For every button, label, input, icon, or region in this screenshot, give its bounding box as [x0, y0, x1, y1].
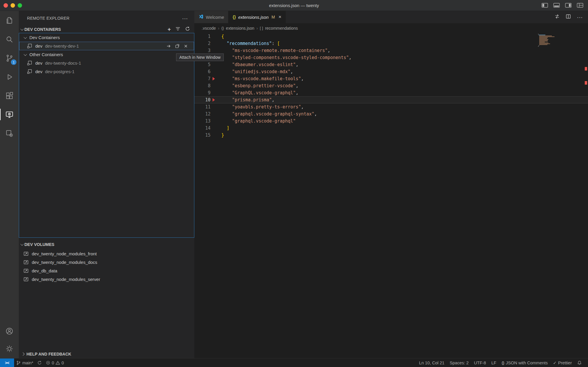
- customize-layout-icon[interactable]: [577, 3, 583, 8]
- minimap-line: [539, 35, 545, 35]
- code-line[interactable]: 5 "dbaeumer.vscode-eslint",: [194, 61, 588, 68]
- close-window-button[interactable]: [4, 3, 8, 8]
- run-debug-icon: [5, 73, 14, 81]
- filter-icon[interactable]: [175, 26, 181, 32]
- code-editor[interactable]: 1{2 "recommendations": [3 "ms-vscode-rem…: [194, 33, 588, 358]
- volume-item-dev_twenty_node_modules_server[interactable]: dev_twenty_node_modules_server: [19, 275, 194, 284]
- more-actions-icon[interactable]: ···: [182, 17, 188, 20]
- attach-new-window-icon[interactable]: [175, 44, 180, 48]
- breadcrumb-folder[interactable]: .vscode: [202, 26, 216, 31]
- encoding[interactable]: UTF-8: [471, 361, 489, 365]
- zoom-window-button[interactable]: [18, 3, 22, 8]
- cursor-position[interactable]: Ln 10, Col 21: [416, 361, 447, 365]
- code-line[interactable]: 8 "esbenp.prettier-vscode",: [194, 82, 588, 89]
- status-bar-right: Ln 10, Col 21 Spaces: 2 UTF-8 LF {} JSON…: [416, 361, 588, 365]
- sync-changes-item[interactable]: [35, 358, 44, 367]
- dev-volumes-section-header[interactable]: DEV VOLUMES: [19, 239, 194, 249]
- code-token: ,: [314, 111, 317, 117]
- files-icon: [5, 16, 14, 25]
- code-line[interactable]: 14 ]: [194, 125, 588, 132]
- volume-item-dev_twenty_node_modules_docs[interactable]: dev_twenty_node_modules_docs: [19, 258, 194, 267]
- toggle-secondary-sidebar-icon[interactable]: [565, 3, 572, 8]
- refresh-icon[interactable]: [185, 26, 190, 32]
- code-token: [221, 111, 232, 117]
- code-line[interactable]: 11 "yoavbls.pretty-ts-errors",: [194, 103, 588, 110]
- git-branch-item[interactable]: main*: [14, 358, 35, 367]
- breadcrumb-symbol[interactable]: recommendations: [265, 26, 298, 31]
- remote-indicator[interactable]: ><: [0, 358, 14, 367]
- code-line[interactable]: 2 "recommendations": [: [194, 40, 588, 47]
- open-changes-icon[interactable]: [554, 14, 560, 20]
- code-line[interactable]: 10 "prisma.prisma",: [194, 96, 588, 103]
- code-line[interactable]: 3 "ms-vscode-remote.remote-containers",: [194, 47, 588, 54]
- tooltip-text: Attach in New Window: [179, 55, 220, 60]
- tree-item-dev-twenty-docs-1[interactable]: devdev-twenty-docs-1: [19, 59, 194, 67]
- minimap-line: [539, 37, 548, 38]
- line-number: 14: [194, 125, 211, 132]
- row-actions: [166, 44, 194, 48]
- dev-containers-section-header[interactable]: DEV CONTAINERS +: [19, 26, 194, 33]
- gutter-marker-zone: [211, 82, 221, 89]
- code-token: [221, 83, 232, 88]
- minimap[interactable]: [538, 34, 555, 47]
- toggle-primary-sidebar-icon[interactable]: [542, 3, 548, 8]
- close-tab-icon[interactable]: ×: [278, 14, 281, 20]
- code-token: ,: [349, 55, 351, 60]
- indentation[interactable]: Spaces: 2: [447, 361, 472, 365]
- split-editor-icon[interactable]: [566, 14, 571, 20]
- line-number: 8: [194, 82, 211, 89]
- code-token: "styled-components.vscode-styled-compone…: [232, 55, 349, 60]
- code-token: [221, 104, 232, 110]
- activity-settings[interactable]: [0, 341, 19, 357]
- code-line[interactable]: 12 "graphql.vscode-graphql-syntax",: [194, 110, 588, 118]
- activity-remote-explorer[interactable]: [0, 105, 19, 124]
- code-line[interactable]: 15}: [194, 132, 588, 139]
- code-line[interactable]: 7 "ms-vscode.makefile-tools",: [194, 75, 588, 82]
- minimap-line: [539, 40, 548, 41]
- tree-item-dev-postgres-1[interactable]: devdev-postgres-1: [19, 67, 194, 76]
- code-line[interactable]: 6 "unifiedjs.vscode-mdx",: [194, 68, 588, 75]
- stop-container-icon[interactable]: [183, 44, 188, 48]
- code-line[interactable]: 9 "GraphQL.vscode-graphql",: [194, 89, 588, 96]
- problems-item[interactable]: 0 0: [44, 358, 66, 367]
- help-feedback-section-header[interactable]: HELP AND FEEDBACK: [19, 350, 194, 358]
- errors-icon: [46, 361, 50, 365]
- tab-extensions-json[interactable]: {} extensions.json M ×: [228, 11, 286, 23]
- activity-accounts[interactable]: [0, 323, 19, 339]
- language-mode[interactable]: {} JSON with Comments: [499, 361, 550, 365]
- activity-search[interactable]: [0, 30, 19, 48]
- code-line[interactable]: 13 "graphql.vscode-graphql": [194, 118, 588, 125]
- minimap-line: [539, 43, 548, 43]
- branch-name: main*: [22, 361, 33, 365]
- code-line[interactable]: 4 "styled-components.vscode-styled-compo…: [194, 54, 588, 61]
- code-text: "recommendations": [: [221, 40, 280, 47]
- attach-shell-icon[interactable]: [166, 44, 171, 48]
- activity-containers[interactable]: [0, 124, 19, 143]
- code-line[interactable]: 1{: [194, 33, 588, 40]
- notifications-item[interactable]: [574, 361, 584, 365]
- breadcrumb-file[interactable]: extensions.json: [226, 26, 255, 31]
- activity-run-debug[interactable]: [0, 68, 19, 86]
- editor-more-actions-icon[interactable]: ···: [577, 16, 583, 18]
- code-text: ]: [221, 125, 229, 132]
- minimize-window-button[interactable]: [11, 3, 15, 8]
- activity-extensions[interactable]: [0, 86, 19, 105]
- container-prefix: dev: [35, 69, 42, 74]
- tree-group[interactable]: Dev Containers: [19, 33, 194, 42]
- title-bar: extensions.json — twenty: [0, 0, 588, 11]
- toggle-panel-icon[interactable]: [553, 3, 560, 8]
- eol-sequence[interactable]: LF: [489, 361, 499, 365]
- tree-group[interactable]: Other Containers: [19, 50, 194, 59]
- tab-welcome[interactable]: Welcome: [194, 11, 228, 23]
- activity-source-control[interactable]: 1: [0, 49, 19, 67]
- activity-explorer[interactable]: [0, 11, 19, 30]
- tree-item-dev-twenty-dev-1[interactable]: devdev-twenty-dev-1: [19, 42, 194, 50]
- volume-item-dev_twenty_node_modules_front[interactable]: dev_twenty_node_modules_front: [19, 249, 194, 258]
- code-text: "dbaeumer.vscode-eslint",: [221, 61, 298, 68]
- encoding-text: UTF-8: [474, 361, 486, 365]
- formatter-item[interactable]: ✓ Prettier: [550, 361, 574, 365]
- volume-item-dev_db_data[interactable]: dev_db_data: [19, 267, 194, 275]
- add-container-icon[interactable]: +: [168, 26, 171, 32]
- code-token: "graphql.vscode-graphql": [232, 118, 296, 124]
- line-number: 2: [194, 40, 211, 47]
